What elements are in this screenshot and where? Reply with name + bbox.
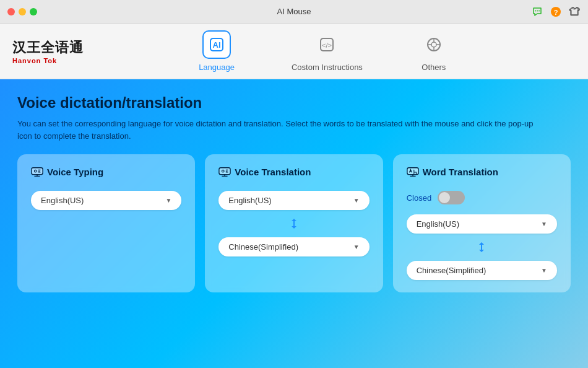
navbar: 汉王全语通 Hanvon Tok AI Language </> Costom … [0,24,588,79]
others-icon [425,36,443,53]
window-controls [7,8,37,15]
voice-translation-selector1[interactable]: English(US) ▼ [218,191,369,210]
custom-instructions-icon: </> [318,36,335,53]
minimize-button[interactable] [19,8,26,15]
section-title: Voice dictation/translation [17,94,571,112]
tab-language-icon-wrap: AI [202,30,231,59]
svg-rect-23 [407,167,418,174]
section-desc: You can set the corresponding language f… [17,118,550,142]
toggle-row: Closed [407,191,557,204]
titlebar-actions: ? [531,6,581,18]
window-title: AI Mouse [277,7,311,16]
voice-typing-selector[interactable]: English(US) ▼ [31,191,181,210]
voice-translation-value1: English(US) [228,196,271,205]
language-icon: AI [208,36,225,53]
cards-row: Voice Typing English(US) ▼ [17,154,571,292]
chat-icon[interactable] [531,6,543,18]
voice-translation-selector2[interactable]: Chinese(Simplified) ▼ [218,237,369,256]
word-translation-card: Word Translation Closed English(US) ▼ Ch… [393,154,571,292]
word-translation-value2: Chinese(Simplified) [417,266,486,275]
close-button[interactable] [7,8,15,15]
svg-text:?: ? [554,8,558,15]
tab-custom-icon-wrap: </> [313,30,341,59]
maximize-button[interactable] [30,8,37,15]
svg-point-10 [431,42,436,47]
titlebar: AI Mouse ? [0,0,588,24]
selector-arrow-4: ▼ [541,221,547,227]
word-translation-icon [407,167,419,177]
tab-language[interactable]: AI Language [189,25,244,77]
svg-rect-19 [219,167,230,174]
nav-tabs: AI Language </> Costom Instructions [133,25,514,77]
tab-others[interactable]: Others [410,25,458,77]
logo-chinese: 汉王全语通 [12,38,84,57]
voice-translation-icon [218,167,231,177]
tab-language-label: Language [199,63,235,72]
voice-typing-card: Voice Typing English(US) ▼ [17,154,195,292]
tab-others-icon-wrap [420,30,448,59]
main-content: Voice dictation/translation You can set … [0,79,588,368]
svg-text:AI: AI [213,40,221,50]
svg-rect-15 [32,167,43,174]
voice-translation-card: Voice Translation English(US) ▼ Chinese(… [205,154,383,292]
shirt-icon[interactable] [568,6,581,18]
selector-arrow-3: ▼ [353,243,360,250]
word-translation-toggle[interactable] [438,191,465,204]
svg-point-0 [535,10,536,11]
swap-arrows-2 [407,240,557,255]
voice-typing-value: English(US) [41,196,84,205]
question-icon[interactable]: ? [550,6,562,18]
voice-typing-icon [31,167,43,177]
word-translation-selector2[interactable]: Chinese(Simplified) ▼ [407,261,557,280]
word-translation-selector1[interactable]: English(US) ▼ [407,214,557,234]
logo-english: Hanvon Tok [12,57,57,64]
tab-custom-label: Costom Instructions [292,63,363,72]
word-translation-value1: English(US) [417,219,459,229]
voice-typing-title: Voice Typing [31,167,181,177]
selector-arrow: ▼ [165,197,171,204]
selector-arrow-5: ▼ [541,267,547,274]
svg-text:</>: </> [322,42,332,49]
svg-point-1 [537,10,538,11]
voice-translation-title: Voice Translation [218,167,369,177]
toggle-label: Closed [407,193,431,203]
svg-point-2 [538,10,540,11]
selector-arrow-2: ▼ [353,197,360,204]
tab-custom-instructions[interactable]: </> Costom Instructions [282,25,373,77]
logo: 汉王全语通 Hanvon Tok [12,38,84,64]
voice-translation-value2: Chinese(Simplified) [228,242,298,252]
word-translation-title: Word Translation [407,167,557,177]
swap-arrows [218,216,369,231]
tab-others-label: Others [422,63,446,72]
